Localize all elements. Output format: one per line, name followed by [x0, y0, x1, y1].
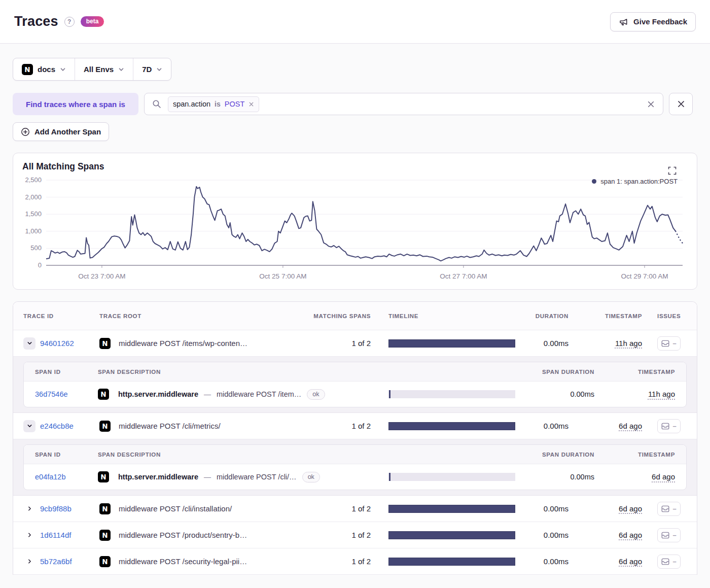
timestamp-link[interactable]: 11h ago — [615, 339, 642, 348]
chart-title: All Matching Spans — [22, 161, 688, 172]
col-timestamp: TIMESTAMP — [569, 313, 642, 319]
trace-root-text: middleware POST /cli/installation/ — [119, 504, 232, 513]
span-row[interactable]: 36d7546e Nhttp.server.middleware—middlew… — [24, 382, 686, 407]
issues-icon — [661, 423, 669, 430]
timestamp-link[interactable]: 6d ago — [619, 557, 642, 566]
trace-row[interactable]: 1d6114df Nmiddleware POST /product/sentr… — [13, 522, 697, 548]
col-span-id: SPAN ID — [35, 452, 98, 458]
remove-span-button[interactable] — [669, 93, 693, 115]
issues-icon — [661, 340, 669, 347]
timeline-bar[interactable] — [388, 505, 515, 513]
nextjs-logo: N — [22, 64, 33, 75]
span-row[interactable]: e04fa12b Nhttp.server.middleware—middlew… — [24, 464, 686, 490]
issues-button[interactable]: – — [657, 336, 681, 351]
trace-id-link[interactable]: 9cb9f88b — [40, 504, 72, 513]
nextjs-logo: N — [99, 503, 111, 514]
col-span-timestamp: TIMESTAMP — [594, 369, 675, 375]
svg-text:Oct 23 7:00 AM: Oct 23 7:00 AM — [78, 272, 125, 280]
date-range-selector[interactable]: 7D — [133, 58, 171, 80]
chevron-down-icon — [156, 66, 162, 73]
chevron-right-icon — [27, 532, 32, 538]
issues-button[interactable]: – — [657, 502, 681, 516]
trace-id-link[interactable]: 94601262 — [40, 339, 74, 348]
duration-value: 0.00ms — [518, 531, 569, 539]
project-selector[interactable]: N docs — [13, 58, 75, 80]
matching-spans-count: 1 of 2 — [297, 422, 371, 430]
chevron-down-icon — [118, 66, 124, 73]
spans-subtable-header: SPAN ID SPAN DESCRIPTION SPAN DURATION T… — [24, 445, 686, 464]
issues-count: – — [672, 558, 676, 565]
beta-badge: beta — [81, 16, 104, 27]
col-span-description: SPAN DESCRIPTION — [98, 452, 368, 458]
col-span-duration: SPAN DURATION — [515, 369, 594, 375]
svg-text:0: 0 — [38, 261, 42, 269]
clear-search-icon[interactable] — [647, 100, 655, 109]
separator-dash: — — [204, 390, 211, 398]
expanded-spans-section: SPAN ID SPAN DESCRIPTION SPAN DURATION T… — [13, 357, 697, 413]
timeline-bar[interactable] — [388, 339, 515, 348]
span-timeline-bar[interactable] — [388, 390, 515, 398]
environment-selector[interactable]: All Envs — [75, 58, 133, 80]
duration-value: 0.00ms — [518, 422, 569, 430]
col-trace-root: TRACE ROOT — [99, 313, 297, 319]
chart-legend[interactable]: span 1: span.action:POST — [592, 178, 678, 185]
trace-id-link[interactable]: 1d6114df — [40, 531, 71, 539]
timestamp-link[interactable]: 6d ago — [619, 504, 642, 513]
timestamp-link[interactable]: 6d ago — [619, 422, 642, 430]
trace-row[interactable]: 9cb9f88b Nmiddleware POST /cli/installat… — [13, 496, 697, 522]
span-search-input[interactable]: span.action is POST — [144, 93, 663, 115]
spans-line-chart[interactable]: 05001,0001,5002,0002,500Oct 23 7:00 AMOc… — [22, 175, 688, 283]
svg-text:Oct 29 7:00 AM: Oct 29 7:00 AM — [621, 272, 668, 280]
matching-spans-count: 1 of 2 — [297, 557, 371, 566]
collapse-trace-button[interactable] — [23, 337, 36, 350]
help-icon[interactable]: ? — [64, 17, 75, 27]
duration-value: 0.00ms — [518, 504, 569, 513]
issues-button[interactable]: – — [657, 419, 681, 433]
trace-id-link[interactable]: 5b72a6bf — [40, 557, 72, 566]
trace-row[interactable]: e246cb8e Nmiddleware POST /cli/metrics/ … — [13, 413, 697, 439]
spans-subtable-header: SPAN ID SPAN DESCRIPTION SPAN DURATION T… — [24, 362, 686, 382]
timeline-bar[interactable] — [388, 422, 515, 430]
expand-chart-icon[interactable] — [668, 166, 677, 177]
timeline-bar[interactable] — [388, 558, 515, 566]
legend-label: span 1: span.action:POST — [600, 178, 678, 185]
issues-count: – — [672, 423, 676, 429]
expand-trace-button[interactable] — [23, 503, 36, 515]
nextjs-logo: N — [99, 556, 111, 567]
svg-text:500: 500 — [30, 244, 42, 252]
duration-value: 0.00ms — [518, 339, 569, 348]
trace-row[interactable]: 5b72a6bf Nmiddleware POST /security-lega… — [13, 548, 697, 575]
issues-button[interactable]: – — [657, 528, 681, 542]
trace-id-link[interactable]: e246cb8e — [40, 422, 74, 430]
span-op: http.server.middleware — [118, 390, 198, 398]
add-another-span-button[interactable]: Add Another Span — [13, 122, 109, 141]
timestamp-link[interactable]: 6d ago — [619, 531, 642, 539]
trace-root-text: middleware POST /product/sentry-b… — [119, 531, 247, 539]
remove-token-icon[interactable] — [248, 101, 254, 107]
chevron-down-icon — [60, 66, 66, 73]
col-span-duration: SPAN DURATION — [515, 452, 594, 458]
span-timestamp-link[interactable]: 6d ago — [652, 472, 675, 481]
chevron-right-icon — [27, 559, 32, 564]
timeline-bar[interactable] — [388, 531, 515, 539]
expand-trace-button[interactable] — [23, 556, 36, 568]
trace-root-text: middleware POST /items/wp-conten… — [119, 339, 247, 348]
svg-text:2,500: 2,500 — [25, 176, 42, 184]
issues-button[interactable]: – — [657, 555, 681, 569]
search-token[interactable]: span.action is POST — [168, 96, 259, 112]
span-timestamp-link[interactable]: 11h ago — [648, 390, 675, 398]
collapse-trace-button[interactable] — [23, 420, 36, 432]
svg-text:2,000: 2,000 — [25, 193, 42, 201]
span-id-link[interactable]: e04fa12b — [35, 473, 65, 481]
span-timeline-bar[interactable] — [388, 473, 515, 481]
span-id-link[interactable]: 36d7546e — [35, 390, 68, 398]
give-feedback-button[interactable]: Give Feedback — [610, 12, 696, 31]
chevron-down-icon — [27, 423, 32, 429]
issues-count: – — [672, 505, 676, 512]
issues-icon — [661, 505, 669, 512]
col-matching-spans: MATCHING SPANS — [297, 313, 371, 319]
expand-trace-button[interactable] — [23, 529, 36, 541]
trace-root-text: middleware POST /cli/metrics/ — [119, 422, 221, 430]
close-icon — [677, 99, 686, 109]
trace-row[interactable]: 94601262 Nmiddleware POST /items/wp-cont… — [13, 330, 697, 357]
